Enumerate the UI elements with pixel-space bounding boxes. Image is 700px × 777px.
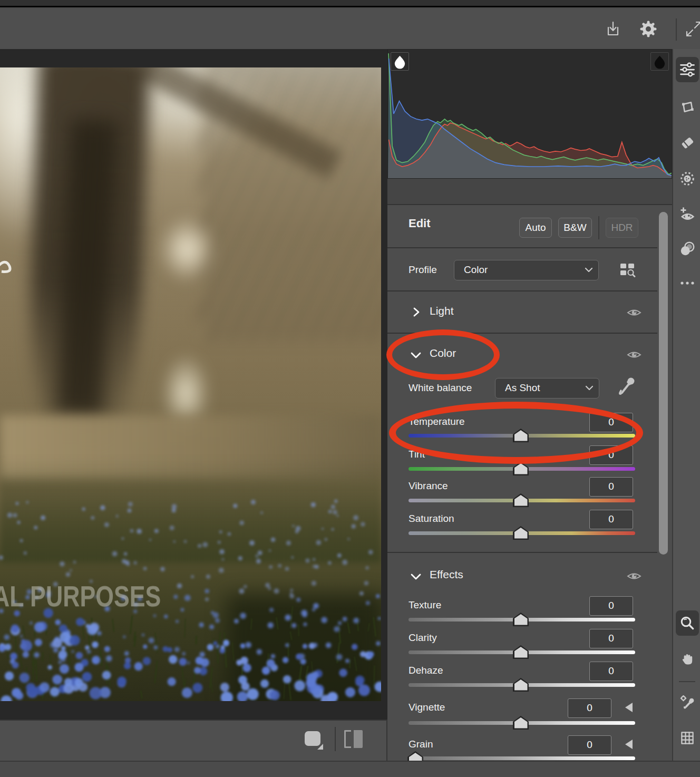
top-toolbar xyxy=(0,9,700,49)
texture-value[interactable]: 0 xyxy=(589,596,633,616)
info-strip xyxy=(387,179,672,205)
texture-label: Texture xyxy=(409,599,441,611)
panel-title: Edit xyxy=(409,218,431,229)
hdr-button[interactable]: HDR xyxy=(606,218,638,238)
photo-canvas[interactable]: AL PURPOSES xyxy=(0,67,381,701)
viewbar-divider xyxy=(335,727,336,751)
saturation-value[interactable]: 0 xyxy=(589,510,633,529)
edit-panel: Edit Auto B&W HDR Profile Color Light xyxy=(387,49,672,761)
photo-viewport: AL PURPOSES xyxy=(0,49,387,720)
fullscreen-icon[interactable] xyxy=(684,20,700,38)
tint-value[interactable]: 0 xyxy=(589,445,633,465)
temperature-slider[interactable] xyxy=(409,434,635,438)
profile-label: Profile xyxy=(409,264,437,276)
color-visibility-eye-icon[interactable] xyxy=(626,349,642,361)
saturation-label: Saturation xyxy=(409,513,454,525)
dehaze-label: Dehaze xyxy=(409,665,443,676)
light-visibility-eye-icon[interactable] xyxy=(626,307,642,318)
white-balance-label: White balance xyxy=(409,382,472,394)
before-after-icon[interactable] xyxy=(344,730,365,748)
profile-value: Color xyxy=(464,264,488,275)
healing-eraser-icon[interactable] xyxy=(676,130,699,155)
more-tools-icon[interactable] xyxy=(676,270,699,296)
photo-watermark-swirl xyxy=(0,262,10,271)
white-balance-selector-icon[interactable] xyxy=(676,689,699,715)
shadow-clipping-indicator[interactable] xyxy=(391,52,409,71)
vignette-expand-arrow-icon[interactable] xyxy=(625,703,633,712)
auto-button[interactable]: Auto xyxy=(519,218,552,238)
grain-slider[interactable] xyxy=(409,756,635,760)
white-balance-value: As Shot xyxy=(505,382,540,393)
histogram[interactable] xyxy=(387,49,672,179)
title-bar xyxy=(0,0,700,7)
section-light-header[interactable]: Light xyxy=(430,305,454,317)
white-balance-dropdown[interactable]: As Shot xyxy=(495,378,599,399)
white-balance-eyedropper-icon[interactable] xyxy=(616,375,637,398)
vignette-value[interactable]: 0 xyxy=(568,698,611,718)
vignette-label: Vignette xyxy=(409,702,445,713)
export-icon[interactable] xyxy=(604,20,623,38)
section-effects-header[interactable]: Effects xyxy=(430,569,463,580)
saturation-slider[interactable] xyxy=(409,531,635,535)
temperature-value[interactable]: 0 xyxy=(589,413,633,432)
profile-browser-icon[interactable] xyxy=(618,261,637,279)
hand-tool-icon[interactable] xyxy=(676,646,699,672)
settings-gear-icon[interactable] xyxy=(639,20,658,38)
grain-label: Grain xyxy=(409,739,433,750)
grid-overlay-icon[interactable] xyxy=(676,725,699,751)
bw-button[interactable]: B&W xyxy=(558,218,592,238)
header-divider xyxy=(598,216,599,239)
edit-sliders-icon[interactable] xyxy=(676,57,699,82)
effects-visibility-eye-icon[interactable] xyxy=(626,570,642,582)
chevron-down-icon xyxy=(585,267,593,273)
toolbar-divider xyxy=(676,18,677,41)
dehaze-value[interactable]: 0 xyxy=(589,662,633,681)
red-eye-tool-icon[interactable] xyxy=(676,201,699,227)
clarity-label: Clarity xyxy=(409,632,437,644)
effects-collapse-chevron-icon[interactable] xyxy=(410,572,422,581)
grain-value[interactable]: 0 xyxy=(568,735,611,755)
masking-tool-icon[interactable] xyxy=(676,166,699,191)
tool-sidebar xyxy=(672,49,700,761)
vignette-slider[interactable] xyxy=(409,721,635,725)
clarity-slider[interactable] xyxy=(409,650,635,654)
chevron-down-icon xyxy=(585,385,594,391)
presets-icon[interactable] xyxy=(676,236,699,261)
view-bottom-bar xyxy=(0,720,387,761)
clarity-value[interactable]: 0 xyxy=(589,629,633,648)
temperature-label: Temperature xyxy=(409,416,465,428)
vibrance-value[interactable]: 0 xyxy=(589,477,633,497)
highlight-clipping-indicator[interactable] xyxy=(650,52,669,71)
vibrance-slider[interactable] xyxy=(409,499,635,502)
watermark-text: AL PURPOSES xyxy=(0,579,161,613)
section-color-header[interactable]: Color xyxy=(430,347,456,359)
tint-slider[interactable] xyxy=(409,467,635,471)
sidebar-divider xyxy=(679,681,695,682)
dehaze-slider[interactable] xyxy=(409,683,635,687)
crop-tool-icon[interactable] xyxy=(676,94,699,120)
view-mode-icon[interactable] xyxy=(305,731,320,746)
profile-dropdown[interactable]: Color xyxy=(454,260,599,280)
photo-editor-window: AL PURPOSES Edit Auto B&W HDR xyxy=(0,0,700,777)
tint-label: Tint xyxy=(409,449,425,460)
grain-expand-arrow-icon[interactable] xyxy=(625,740,633,749)
light-expand-chevron-icon[interactable] xyxy=(412,307,421,317)
panel-scrollbar[interactable] xyxy=(659,212,668,555)
zoom-tool-icon[interactable] xyxy=(676,610,699,636)
texture-slider[interactable] xyxy=(409,618,635,621)
color-collapse-chevron-icon[interactable] xyxy=(410,351,422,360)
vibrance-label: Vibrance xyxy=(409,480,448,492)
bottom-status-bar xyxy=(0,761,700,777)
